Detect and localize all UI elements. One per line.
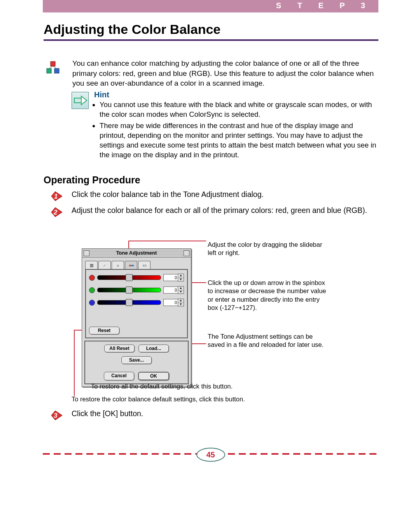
close-icon[interactable]: [84, 250, 89, 256]
page-title: Adjusting the Color Balance: [44, 22, 378, 37]
rgb-icon: [44, 61, 61, 76]
step-1-text: Click the color balance tab in the Tone …: [72, 190, 378, 199]
svg-rect-5: [74, 98, 81, 103]
step-bullet-3: 3: [51, 409, 64, 422]
callout-spinbox: Click the up or down arrow in the spinbo…: [208, 279, 328, 312]
operating-procedure: Operating Procedure 1 Click the color ba…: [44, 174, 378, 222]
step-bullet-1: 1: [51, 190, 64, 203]
sun-icon: ☼: [116, 263, 119, 267]
tab-brightness[interactable]: ☼: [112, 261, 124, 269]
red-value-input[interactable]: [163, 274, 178, 281]
procedure-heading: Operating Procedure: [44, 174, 378, 186]
tab-curve[interactable]: ⟋: [98, 261, 111, 269]
green-row: ▲▼: [89, 286, 184, 294]
svg-text:3: 3: [54, 412, 58, 419]
step-bullet-2: 2: [51, 206, 64, 219]
blue-value-input[interactable]: [163, 299, 178, 306]
green-value-input[interactable]: [163, 287, 178, 294]
callout-slidebar: Adjust the color by dragging the slideba…: [208, 241, 328, 257]
manual-page: S T E P 3 Adjusting the Color Balance Yo…: [0, 0, 420, 531]
all-reset-button[interactable]: All Reset: [104, 345, 135, 352]
svg-text:2: 2: [53, 209, 58, 216]
rgb-dots-icon: ●●●: [129, 263, 133, 267]
dialog-bottom-buttons: All Reset Load... Save... Cancel OK: [84, 341, 189, 384]
red-slider-thumb[interactable]: [126, 274, 133, 281]
tab-histogram[interactable]: ▥: [85, 261, 98, 269]
svg-rect-0: [51, 62, 55, 66]
green-slider-thumb[interactable]: [126, 287, 133, 294]
tone-adjustment-dialog: Tone Adjustment ▥ ⟋ ☼ ●●● ▭ ▲▼: [82, 248, 191, 387]
dialog-body: ▲▼ ▲▼ ▲▼: [85, 269, 188, 338]
red-spinbox[interactable]: ▲▼: [163, 274, 184, 281]
green-slider[interactable]: [97, 288, 161, 292]
hint-item: There may be wide differences in the con…: [100, 121, 378, 160]
step-label: S T E P 3: [276, 1, 372, 10]
blue-slider-thumb[interactable]: [126, 299, 133, 306]
red-spin-down[interactable]: ▼: [178, 278, 184, 281]
hint-list: You cannot use this feature with the bla…: [94, 100, 378, 160]
page-footer: 45: [43, 448, 378, 459]
load-button[interactable]: Load...: [138, 345, 169, 352]
callout-reset-caption: To restore the color balance default set…: [72, 396, 245, 403]
save-button[interactable]: Save...: [121, 356, 152, 364]
title-underline: [44, 39, 378, 41]
reset-row: Reset: [89, 311, 184, 334]
blue-dot-icon: [89, 300, 95, 306]
hint-block: Hint You cannot use this feature with th…: [72, 90, 378, 162]
callout-saveload: The Tone Adjustment settings can be save…: [208, 332, 328, 349]
intro-block: You can enhance color matching by adjust…: [44, 58, 378, 88]
blue-spinbox[interactable]: ▲▼: [163, 299, 184, 306]
svg-marker-6: [81, 96, 87, 105]
curve-icon: ⟋: [103, 263, 107, 267]
intro-text: You can enhance color matching by adjust…: [72, 58, 378, 88]
zoom-icon[interactable]: [184, 250, 189, 256]
green-dot-icon: [89, 287, 95, 293]
callout-line: [128, 241, 206, 241]
callout-line: [74, 330, 75, 396]
dialog-tabs: ▥ ⟋ ☼ ●●● ▭: [82, 258, 191, 269]
dialog-title-text: Tone Adjustment: [116, 250, 157, 256]
hint-arrow-icon: [72, 92, 89, 109]
histogram-icon: ▥: [90, 263, 93, 267]
svg-line-3: [49, 66, 53, 69]
blue-spin-down[interactable]: ▼: [178, 303, 184, 306]
blue-slider[interactable]: [97, 300, 161, 305]
step-3: 3 Click the [OK] button.: [44, 409, 378, 418]
cancel-button[interactable]: Cancel: [104, 372, 134, 380]
hint-title: Hint: [94, 90, 378, 99]
page-number: 45: [196, 448, 225, 462]
tone-adjustment-figure: Tone Adjustment ▥ ⟋ ☼ ●●● ▭ ▲▼: [82, 241, 377, 404]
hint-item: You cannot use this feature with the bla…: [100, 100, 378, 120]
svg-rect-1: [47, 69, 51, 73]
step-2-text: Adjust the color balance for each or all…: [72, 206, 378, 215]
dialog-titlebar[interactable]: Tone Adjustment: [82, 249, 191, 258]
svg-rect-2: [54, 69, 59, 73]
red-row: ▲▼: [89, 274, 184, 281]
step-1: 1 Click the color balance tab in the Ton…: [44, 190, 378, 199]
page-title-block: Adjusting the Color Balance: [44, 22, 378, 41]
svg-text:1: 1: [54, 193, 58, 200]
tab-color-balance[interactable]: ●●●: [125, 261, 137, 269]
section-header-bar: S T E P 3: [43, 0, 378, 12]
step-3-text: Click the [OK] button.: [72, 409, 378, 418]
green-spinbox[interactable]: ▲▼: [163, 286, 184, 294]
red-slider[interactable]: [97, 275, 161, 280]
reset-button[interactable]: Reset: [89, 327, 119, 334]
svg-line-4: [53, 66, 57, 69]
red-dot-icon: [89, 275, 95, 281]
green-spin-down[interactable]: ▼: [178, 290, 184, 294]
blue-row: ▲▼: [89, 299, 184, 306]
callout-all-reset-caption: To restore all the default settings, cli…: [91, 383, 233, 390]
ok-button[interactable]: OK: [138, 372, 169, 380]
step-2: 2 Adjust the color balance for each or a…: [44, 206, 378, 215]
page-icon: ▭: [143, 263, 146, 267]
tab-other[interactable]: ▭: [138, 261, 150, 269]
